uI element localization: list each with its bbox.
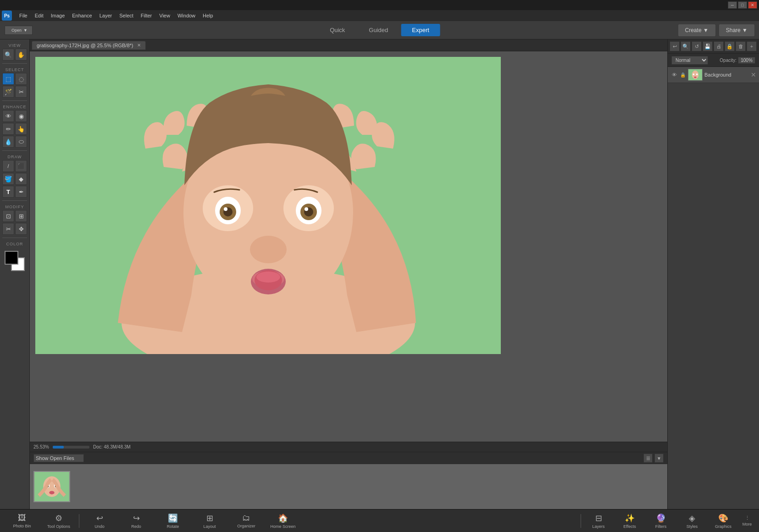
blend-mode-select[interactable]: Normal xyxy=(671,56,708,65)
layer-delete-button[interactable]: ✕ xyxy=(751,71,756,78)
layer-item-background[interactable]: 👁 🔒 Background ✕ xyxy=(668,67,759,83)
layers-label: Layers xyxy=(592,524,604,529)
styles-button[interactable]: ◈ Styles xyxy=(676,510,708,532)
rp-icon-8[interactable]: + xyxy=(747,41,757,51)
tab-close-button[interactable]: ✕ xyxy=(137,43,141,48)
organizer-label: Organizer xyxy=(237,524,255,528)
bottom-right-section: ⊟ Layers ✨ Effects 🔮 Filters ◈ Styles 🎨 … xyxy=(579,510,755,532)
photo-bin-menu-button[interactable]: ☰ xyxy=(643,454,653,463)
dodge-tool[interactable]: 👁 xyxy=(2,110,14,122)
canvas-wrapper[interactable] xyxy=(30,51,667,442)
rotate-label: Rotate xyxy=(167,524,179,529)
photo-bin-button[interactable]: 🖼 Photo Bin xyxy=(4,510,40,532)
divider-4 xyxy=(2,200,27,201)
menu-help[interactable]: Help xyxy=(199,12,217,19)
smudge-tool[interactable]: ✏ xyxy=(2,123,14,135)
photo-bin-label: Photo Bin xyxy=(13,524,31,528)
opacity-input[interactable] xyxy=(738,57,755,64)
redo-label: Redo xyxy=(131,524,141,529)
brush-tool[interactable]: / xyxy=(2,160,14,172)
menu-select[interactable]: Select xyxy=(116,12,137,19)
more-button[interactable]: ⋮ More xyxy=(739,510,755,532)
clone-stamp-tool[interactable]: ⬭ xyxy=(15,136,27,148)
layers-icon: ⊟ xyxy=(595,513,602,523)
close-button[interactable]: ✕ xyxy=(748,1,757,9)
rp-icon-1[interactable]: ↩ xyxy=(670,41,680,51)
layer-visibility-icon[interactable]: 👁 xyxy=(670,71,678,78)
quick-selection-tool[interactable]: ✂ xyxy=(15,86,27,98)
menu-image[interactable]: Image xyxy=(47,12,69,19)
healing-tool[interactable]: 👆 xyxy=(15,123,27,135)
photo-bin-expand-button[interactable]: ▼ xyxy=(654,454,664,463)
tab-bar: gratisography-172H.jpg @ 25.5% (RGB/8*) … xyxy=(30,39,667,51)
photo-bin-icon: 🖼 xyxy=(18,513,26,523)
share-button[interactable]: Share ▼ xyxy=(719,24,754,36)
gradient-tool[interactable]: ◆ xyxy=(15,173,27,185)
layout-button[interactable]: ⊞ Layout xyxy=(191,510,228,532)
graphics-button[interactable]: 🎨 Graphics xyxy=(708,510,739,532)
recompose-tool[interactable]: ⊞ xyxy=(15,210,27,222)
redo-button[interactable]: ↪ Redo xyxy=(118,510,155,532)
enhance-tools-row-2: ✏ 👆 xyxy=(2,123,27,135)
layers-button[interactable]: ⊟ Layers xyxy=(583,510,614,532)
minimize-button[interactable]: ─ xyxy=(728,1,737,9)
rp-icon-4[interactable]: 💾 xyxy=(703,41,713,51)
color-swatches xyxy=(5,251,25,271)
selection-tool[interactable]: ⬚ xyxy=(2,73,14,85)
move-tool[interactable]: ✥ xyxy=(15,223,27,235)
sponge-tool[interactable]: 💧 xyxy=(2,136,14,148)
paint-bucket-tool[interactable]: 🪣 xyxy=(2,173,14,185)
menu-view[interactable]: View xyxy=(155,12,174,19)
rotate-button[interactable]: 🔄 Rotate xyxy=(155,510,191,532)
menu-layer[interactable]: Layer xyxy=(96,12,116,19)
tab-guided[interactable]: Guided xyxy=(358,24,399,36)
rp-icon-7[interactable]: 🗑 xyxy=(736,41,746,51)
lasso-tool[interactable]: ◌ xyxy=(15,73,27,85)
rp-icon-5[interactable]: 🖨 xyxy=(714,41,724,51)
pen-tool[interactable]: ✒ xyxy=(15,186,27,198)
menu-enhance[interactable]: Enhance xyxy=(68,12,95,19)
svg-point-13 xyxy=(305,207,308,211)
foreground-color-swatch[interactable] xyxy=(5,251,18,265)
rp-icon-2[interactable]: 🔍 xyxy=(681,41,691,51)
mode-tabs: Quick Guided Expert xyxy=(318,24,441,36)
hand-tool[interactable]: ✋ xyxy=(15,49,27,61)
menu-edit[interactable]: Edit xyxy=(31,12,47,19)
menu-window[interactable]: Window xyxy=(174,12,199,19)
straighten-tool[interactable]: ✂ xyxy=(2,223,14,235)
menu-filter[interactable]: Filter xyxy=(137,12,155,19)
tab-expert[interactable]: Expert xyxy=(401,24,440,36)
tab-quick[interactable]: Quick xyxy=(319,24,356,36)
rotate-icon: 🔄 xyxy=(168,513,178,523)
tool-options-button[interactable]: ⚙ Tool Options xyxy=(40,510,77,532)
left-toolbar: VIEW 🔍 ✋ SELECT ⬚ ◌ 🪄 ✂ ENHANCE 👁 ◉ ✏ 👆 … xyxy=(0,39,30,509)
create-button[interactable]: Create ▼ xyxy=(678,24,715,36)
magic-wand-tool[interactable]: 🪄 xyxy=(2,86,14,98)
divider-5 xyxy=(2,238,27,238)
effects-button[interactable]: ✨ Effects xyxy=(614,510,645,532)
canvas-tab[interactable]: gratisography-172H.jpg @ 25.5% (RGB/8*) … xyxy=(32,41,146,50)
app-logo: Ps xyxy=(2,11,12,21)
zoom-tool[interactable]: 🔍 xyxy=(2,49,14,61)
undo-button[interactable]: ↩ Undo xyxy=(81,510,118,532)
maximize-button[interactable]: □ xyxy=(738,1,747,9)
home-screen-button[interactable]: 🏠 Home Screen xyxy=(265,510,301,532)
menu-file[interactable]: File xyxy=(16,12,31,19)
open-button[interactable]: Open ▼ xyxy=(5,26,33,35)
eraser-tool[interactable]: ⬛ xyxy=(15,160,27,172)
photo-thumbnail-1[interactable] xyxy=(33,471,70,502)
svg-point-18 xyxy=(256,272,280,283)
layer-lock-icon[interactable]: 🔒 xyxy=(680,72,686,78)
organizer-button[interactable]: 🗂 Organizer xyxy=(228,510,265,532)
rp-icon-3[interactable]: ↺ xyxy=(692,41,702,51)
svg-point-25 xyxy=(49,491,54,494)
filters-button[interactable]: 🔮 Filters xyxy=(645,510,676,532)
blur-tool[interactable]: ◉ xyxy=(15,110,27,122)
effects-label: Effects xyxy=(623,524,636,529)
rp-icon-6[interactable]: 🔒 xyxy=(725,41,735,51)
type-tool[interactable]: T xyxy=(2,186,14,198)
photo-bin-dropdown[interactable]: Show Open Files xyxy=(33,454,84,462)
canvas-area: gratisography-172H.jpg @ 25.5% (RGB/8*) … xyxy=(30,39,667,452)
styles-icon: ◈ xyxy=(689,513,695,523)
crop-tool[interactable]: ⊡ xyxy=(2,210,14,222)
